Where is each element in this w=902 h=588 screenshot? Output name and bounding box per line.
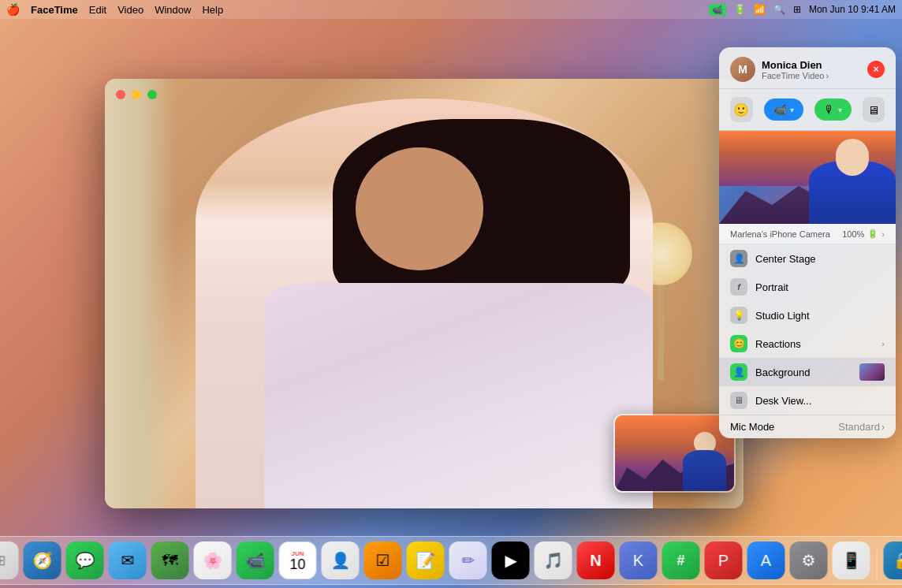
clock: Mon Jun 10 9:41 AM	[809, 4, 896, 15]
portrait-icon: f	[730, 278, 747, 296]
control-center[interactable]: ⊞	[793, 4, 801, 15]
dock-item-pages[interactable]: P	[705, 541, 743, 579]
dock-item-reminders[interactable]: ☑	[364, 541, 402, 579]
menu-help[interactable]: Help	[202, 4, 223, 16]
subtitle-chevron: ›	[826, 71, 829, 80]
dock-item-launchpad[interactable]: ⊞	[0, 541, 19, 579]
mic-mode-label: Mic Mode	[730, 421, 774, 433]
close-button[interactable]	[116, 90, 125, 99]
settings-icon: ⚙	[802, 551, 816, 570]
person-face	[356, 147, 483, 270]
minimize-button[interactable]	[132, 90, 141, 99]
dock: 😊 ⊞ 🧭 💬 ✉ 🗺 🌸 📹 JUN 10 👤 ☑ 📝 ✏	[0, 536, 902, 585]
keynote-icon: K	[633, 552, 643, 570]
wifi-status[interactable]: 📶	[754, 4, 766, 15]
dock-item-appletv[interactable]: ▶	[492, 541, 530, 579]
dock-item-keynote[interactable]: K	[620, 541, 658, 579]
menu-video[interactable]: Video	[117, 4, 144, 16]
dock-item-news[interactable]: N	[577, 541, 615, 579]
facetime-menu-icon[interactable]: 📹	[709, 4, 726, 16]
window-controls	[116, 90, 157, 99]
self-view-background	[615, 415, 734, 491]
self-view-thumbnail[interactable]	[613, 414, 736, 493]
maps-icon: 🗺	[162, 552, 178, 570]
background-icon: 👤	[730, 363, 747, 381]
messages-icon: 💬	[75, 551, 95, 570]
menu-item-studio-light[interactable]: 💡 Studio Light	[719, 301, 896, 329]
dock-item-photos[interactable]: 🌸	[194, 541, 232, 579]
menu-window[interactable]: Window	[155, 4, 191, 16]
contact-subtitle[interactable]: FaceTime Video ›	[762, 71, 829, 80]
mic-mode-chevron-icon: ›	[882, 422, 885, 433]
dock-item-calendar[interactable]: JUN 10	[279, 541, 317, 579]
reminders-icon: ☑	[376, 551, 390, 570]
desk-view-label: Desk View...	[755, 395, 885, 407]
desk-view-icon: 🖥	[730, 392, 747, 409]
facetime-window[interactable]	[105, 79, 744, 508]
dock-item-safari[interactable]: 🧭	[24, 541, 62, 579]
background-label: Background	[755, 367, 852, 378]
mail-icon: ✉	[121, 551, 134, 570]
person-shirt	[264, 283, 653, 508]
pages-icon: P	[718, 552, 729, 570]
search-icon[interactable]: 🔍	[773, 4, 785, 15]
microphone-button[interactable]: 🎙 ▾	[814, 99, 852, 121]
battery-icon: 100%	[842, 229, 864, 239]
dock-item-freeform[interactable]: ✏	[449, 541, 487, 579]
dock-item-contacts[interactable]: 👤	[322, 541, 360, 579]
video-button[interactable]: 📹 ▾	[764, 99, 803, 121]
facetime-icon: 📹	[245, 551, 265, 570]
menu-item-reactions[interactable]: 😊 Reactions ›	[719, 329, 896, 358]
screen-share-button[interactable]: 🖥	[863, 97, 885, 122]
screen-share-icon: 🖥	[867, 103, 879, 117]
dock-separator	[877, 548, 878, 579]
studio-light-label: Studio Light	[755, 310, 885, 322]
camera-source-right: 100% 🔋 ›	[842, 229, 885, 239]
privacy-icon: 🔒	[893, 551, 902, 570]
freeform-icon: ✏	[461, 551, 475, 570]
launchpad-icon: ⊞	[0, 552, 6, 569]
emoji-button[interactable]: 🙂	[730, 97, 753, 122]
curtain-left	[105, 79, 176, 508]
app-name[interactable]: FaceTime	[31, 4, 78, 16]
dock-item-music[interactable]: 🎵	[535, 541, 572, 579]
notes-icon: 📝	[416, 551, 435, 570]
appletv-icon: ▶	[505, 551, 516, 570]
mic-mode-row[interactable]: Mic Mode Standard ›	[719, 415, 896, 438]
preview-face	[836, 143, 869, 176]
music-icon: 🎵	[543, 551, 563, 570]
maximize-button[interactable]	[147, 90, 157, 99]
studio-light-icon: 💡	[730, 307, 747, 324]
battery-status: 🔋	[734, 4, 746, 15]
dock-item-messages[interactable]: 💬	[66, 541, 104, 579]
dock-item-numbers[interactable]: #	[662, 541, 700, 579]
menu-item-center-stage[interactable]: 👤 Center Stage	[719, 244, 896, 273]
dock-item-iphone-mirroring[interactable]: 📱	[833, 541, 870, 579]
preview-person-container	[809, 131, 896, 224]
dock-item-notes[interactable]: 📝	[407, 541, 445, 579]
appstore-icon: A	[761, 552, 771, 570]
menu-item-desk-view[interactable]: 🖥 Desk View...	[719, 386, 896, 415]
dock-item-facetime[interactable]: 📹	[237, 541, 274, 579]
camera-source-label: Marlena's iPhone Camera	[730, 229, 830, 239]
background-thumbnail	[859, 363, 885, 381]
dock-item-mail[interactable]: ✉	[109, 541, 147, 579]
apple-menu[interactable]: 🍎	[6, 3, 20, 16]
dock-item-privacy[interactable]: 🔒	[884, 541, 903, 579]
self-view-person	[683, 432, 726, 491]
mic-mode-value: Standard	[838, 421, 880, 433]
menu-item-portrait[interactable]: f Portrait	[719, 273, 896, 301]
photos-icon: 🌸	[203, 551, 222, 570]
camera-source-row[interactable]: Marlena's iPhone Camera 100% 🔋 ›	[719, 224, 896, 244]
iphone-icon: 📱	[841, 551, 861, 570]
dock-item-appstore[interactable]: A	[747, 541, 785, 579]
panel-close-button[interactable]: ×	[867, 61, 885, 78]
menu-item-background[interactable]: 👤 Background	[719, 358, 896, 386]
panel-header: M Monica Dien FaceTime Video › ×	[719, 47, 896, 89]
panel-controls-row: 🙂 📹 ▾ 🎙 ▾ 🖥	[719, 89, 896, 131]
menu-edit[interactable]: Edit	[89, 4, 106, 16]
mic-icon: 🎙	[824, 103, 835, 116]
dock-item-maps[interactable]: 🗺	[151, 541, 189, 579]
video-chevron-icon: ▾	[790, 106, 794, 114]
dock-item-settings[interactable]: ⚙	[790, 541, 828, 579]
